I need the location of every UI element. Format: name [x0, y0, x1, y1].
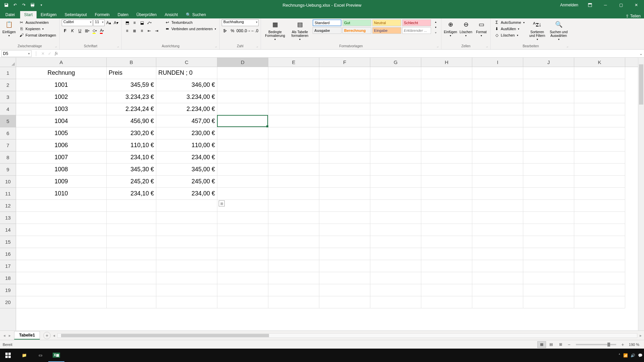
cell-C11[interactable]: 234,00 €: [156, 188, 217, 200]
find-select-button[interactable]: 🔍Suchen und Auswählen▾: [549, 19, 569, 42]
tab-pagelayout[interactable]: Seitenlayout: [61, 11, 91, 18]
cell-B19[interactable]: [107, 284, 156, 296]
cell-D17[interactable]: [217, 260, 268, 272]
row-header-10[interactable]: 10: [0, 176, 16, 188]
cell-D18[interactable]: [217, 272, 268, 284]
cell-J13[interactable]: [523, 212, 574, 224]
cell-D11[interactable]: [217, 188, 268, 200]
cell-A20[interactable]: [16, 296, 107, 308]
cell-E11[interactable]: [268, 188, 319, 200]
view-pagelayout-button[interactable]: ▤: [547, 341, 555, 348]
select-all-corner[interactable]: [0, 58, 16, 67]
cell-K16[interactable]: [574, 248, 625, 260]
format-as-table-button[interactable]: ▤ Als Tabelle formatieren▾: [288, 19, 311, 42]
cell-I16[interactable]: [472, 248, 523, 260]
styles-more[interactable]: ▿: [433, 30, 438, 35]
cell-G16[interactable]: [370, 248, 421, 260]
cell-E10[interactable]: [268, 176, 319, 188]
cell-F18[interactable]: [319, 272, 370, 284]
cell-K9[interactable]: [574, 164, 625, 176]
cell-H4[interactable]: [421, 103, 472, 115]
cell-A14[interactable]: [16, 224, 107, 236]
cell-G2[interactable]: [370, 79, 421, 91]
cell-C17[interactable]: [156, 260, 217, 272]
cell-K15[interactable]: [574, 236, 625, 248]
cell-B4[interactable]: 2.234,24 €: [107, 103, 156, 115]
cell-A5[interactable]: 1004: [16, 115, 107, 127]
vscroll-thumb[interactable]: [639, 64, 643, 105]
column-header-I[interactable]: I: [472, 58, 523, 67]
cell-C6[interactable]: 230,00 €: [156, 127, 217, 139]
cell-B6[interactable]: 230,20 €: [107, 127, 156, 139]
cell-H8[interactable]: [421, 152, 472, 164]
cell-F20[interactable]: [319, 296, 370, 308]
styles-scroll-down[interactable]: ▾: [433, 25, 438, 29]
cell-E9[interactable]: [268, 164, 319, 176]
italic-button[interactable]: K: [69, 27, 76, 34]
cell-I19[interactable]: [472, 284, 523, 296]
cell-B20[interactable]: [107, 296, 156, 308]
cell-D9[interactable]: [217, 164, 268, 176]
percent-button[interactable]: %: [229, 27, 236, 34]
cell-E8[interactable]: [268, 152, 319, 164]
cut-button[interactable]: ✂Ausschneiden: [17, 19, 57, 25]
cell-G11[interactable]: [370, 188, 421, 200]
zoom-out-button[interactable]: −: [566, 342, 572, 347]
tab-search[interactable]: 🔍 Suchen: [182, 11, 210, 18]
cell-K19[interactable]: [574, 284, 625, 296]
currency-button[interactable]: $▾: [222, 27, 228, 34]
tray-volume-icon[interactable]: 🔊: [631, 353, 635, 358]
cell-H5[interactable]: [421, 115, 472, 127]
cell-G8[interactable]: [370, 152, 421, 164]
tray-network-icon[interactable]: 📶: [623, 353, 628, 358]
style-neutral[interactable]: Neutral: [372, 19, 401, 26]
cell-D7[interactable]: [217, 139, 268, 152]
cell-J7[interactable]: [523, 139, 574, 152]
formula-bar-expand[interactable]: ⌄: [638, 51, 644, 56]
cell-D2[interactable]: [217, 79, 268, 91]
cell-I9[interactable]: [472, 164, 523, 176]
style-berechnung[interactable]: Berechnung: [342, 27, 371, 34]
cell-G20[interactable]: [370, 296, 421, 308]
cell-G18[interactable]: [370, 272, 421, 284]
cell-H18[interactable]: [421, 272, 472, 284]
cell-B12[interactable]: [107, 200, 156, 212]
cell-F12[interactable]: [319, 200, 370, 212]
increase-indent-button[interactable]: ⇥: [153, 27, 160, 34]
cell-E2[interactable]: [268, 79, 319, 91]
hscroll-thumb[interactable]: [61, 334, 269, 337]
cell-K18[interactable]: [574, 272, 625, 284]
cell-F4[interactable]: [319, 103, 370, 115]
column-header-D[interactable]: D: [217, 58, 268, 67]
tray-notifications-icon[interactable]: 💬: [638, 353, 643, 358]
sheet-nav-prev[interactable]: ◂: [2, 333, 7, 339]
cell-J14[interactable]: [523, 224, 574, 236]
align-top-button[interactable]: ⬒: [124, 19, 130, 26]
cell-J6[interactable]: [523, 127, 574, 139]
cell-G9[interactable]: [370, 164, 421, 176]
number-format-combo[interactable]: Buchhaltung: [222, 19, 259, 26]
cell-F3[interactable]: [319, 91, 370, 103]
cell-I12[interactable]: [472, 200, 523, 212]
cell-J8[interactable]: [523, 152, 574, 164]
sheet-nav-next[interactable]: ▸: [7, 333, 12, 339]
cell-A13[interactable]: [16, 212, 107, 224]
cell-A4[interactable]: 1003: [16, 103, 107, 115]
cell-F5[interactable]: [319, 115, 370, 127]
cell-C5[interactable]: 457,00 €: [156, 115, 217, 127]
increase-decimal-button[interactable]: .0→: [244, 27, 251, 34]
row-header-6[interactable]: 6: [0, 127, 16, 139]
cell-J18[interactable]: [523, 272, 574, 284]
merge-center-button[interactable]: ⬌Verbinden und zentrieren▾: [163, 26, 217, 32]
signin-link[interactable]: Anmelden: [556, 3, 582, 7]
cell-C19[interactable]: [156, 284, 217, 296]
cell-A6[interactable]: 1005: [16, 127, 107, 139]
cell-D12[interactable]: [217, 200, 268, 212]
style-schlecht[interactable]: Schlecht: [402, 19, 431, 26]
cell-F6[interactable]: [319, 127, 370, 139]
cell-H15[interactable]: [421, 236, 472, 248]
tab-view[interactable]: Ansicht: [161, 11, 182, 18]
cell-A11[interactable]: 1010: [16, 188, 107, 200]
hscroll-left[interactable]: ◂: [53, 333, 55, 338]
row-header-17[interactable]: 17: [0, 260, 16, 272]
